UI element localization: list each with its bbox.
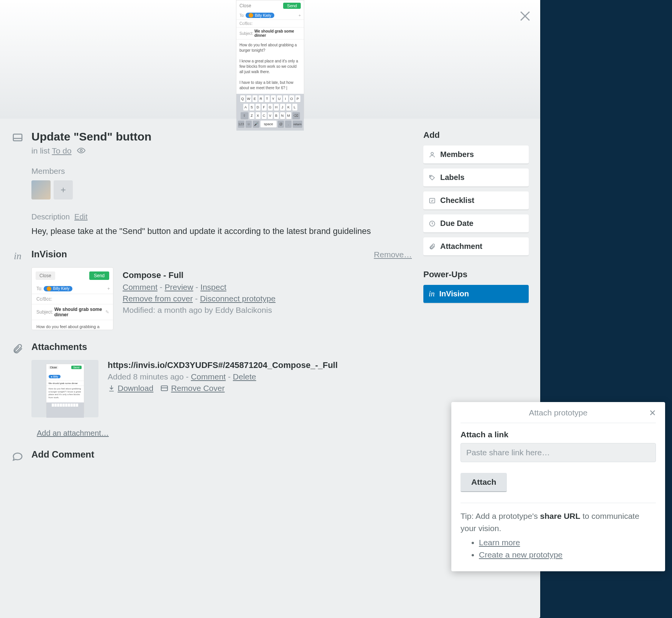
attachments-heading: Attachments	[31, 342, 412, 352]
add-duedate-button[interactable]: Due Date	[423, 214, 529, 233]
add-checklist-button[interactable]: Checklist	[423, 191, 529, 210]
invision-inspect-link[interactable]: Inspect	[200, 283, 226, 291]
svg-point-5	[431, 152, 433, 155]
cover-mock-send: Send	[283, 3, 301, 9]
invision-icon: in	[14, 250, 21, 262]
card-list-meta: in list To do	[31, 146, 412, 157]
attachment-delete-link[interactable]: Delete	[233, 372, 256, 381]
invision-heading: InVision	[31, 249, 67, 260]
description-text[interactable]: Hey, please take at the "Send" button an…	[31, 225, 412, 237]
powerup-invision-button[interactable]: in InVision	[423, 285, 529, 303]
create-prototype-link[interactable]: Create a new prototype	[479, 550, 562, 559]
list-link[interactable]: To do	[52, 146, 71, 155]
remove-cover-icon	[160, 384, 169, 392]
card-cover: Close Send To: Billy Kiely + Cc/Bcc: Sub…	[0, 0, 540, 119]
cover-mock-keyboard: QWERTYUIOP ASDFGHJKL ⇧ZXCVBNM⌫ 123☺🎤spac…	[236, 94, 304, 131]
popup-title: Attach prototype	[529, 408, 588, 417]
members-icon	[429, 151, 436, 158]
invision-modified: Modified: a month ago by Eddy Balcikonis	[123, 306, 412, 315]
download-icon	[108, 384, 115, 392]
watch-icon[interactable]	[77, 146, 85, 157]
attachment-sidebar-icon	[429, 243, 436, 250]
attach-prototype-popup: Attach prototype ✕ Attach a link Attach …	[451, 402, 665, 571]
add-labels-button[interactable]: Labels	[423, 168, 529, 187]
add-heading: Add	[423, 130, 529, 140]
attachment-thumbnail[interactable]: CloseSend ● Billy We should grab some di…	[31, 360, 98, 417]
attach-button[interactable]: Attach	[461, 473, 507, 492]
attachment-title[interactable]: https://invis.io/CXD3YUDFS#/245871204_Co…	[108, 360, 412, 371]
member-avatar[interactable]	[31, 180, 51, 199]
add-attachment-link[interactable]: Add an attachment…	[37, 429, 412, 438]
cover-image: Close Send To: Billy Kiely + Cc/Bcc: Sub…	[236, 0, 304, 119]
attachment-added: Added 8 minutes ago -	[108, 372, 191, 381]
download-link[interactable]: Download	[118, 384, 153, 393]
add-attachment-button[interactable]: Attachment	[423, 237, 529, 256]
invision-preview-link[interactable]: Preview	[165, 283, 193, 291]
svg-point-2	[80, 149, 82, 152]
checklist-icon	[429, 197, 436, 204]
description-edit-link[interactable]: Edit	[74, 213, 87, 221]
invision-item-title: Compose - Full	[123, 270, 412, 280]
card-title[interactable]: Update "Send" button	[31, 130, 412, 143]
card-icon	[12, 132, 23, 143]
comment-icon	[12, 451, 23, 462]
add-comment-heading: Add Comment	[31, 449, 412, 460]
invision-remove-link[interactable]: Remove…	[374, 250, 412, 259]
invision-thumbnail[interactable]: Close Send To: Billy Kiely+ Cc/Bcc: Subj…	[31, 267, 113, 330]
add-member-button[interactable]: +	[54, 180, 73, 199]
attachment-comment-link[interactable]: Comment	[191, 372, 226, 381]
attachment-icon	[12, 343, 23, 355]
members-label: Members	[31, 167, 412, 176]
svg-point-6	[430, 176, 431, 177]
labels-icon	[429, 174, 436, 181]
cover-mock-close: Close	[239, 3, 251, 8]
invision-comment-link[interactable]: Comment	[123, 283, 157, 291]
invision-remove-cover-link[interactable]: Remove from cover	[123, 294, 193, 303]
powerups-heading: Power-Ups	[423, 270, 529, 280]
close-icon[interactable]	[518, 9, 532, 23]
description-label: Description	[31, 213, 70, 221]
remove-cover-link[interactable]: Remove Cover	[171, 384, 225, 393]
popup-close-icon[interactable]: ✕	[649, 408, 656, 418]
popup-label: Attach a link	[461, 430, 656, 439]
share-link-input[interactable]	[461, 443, 656, 462]
add-members-button[interactable]: Members	[423, 146, 529, 164]
learn-more-link[interactable]: Learn more	[479, 538, 520, 547]
popup-tip: Tip: Add a prototype's share URL to comm…	[461, 510, 656, 561]
invision-sidebar-icon: in	[429, 289, 435, 298]
invision-disconnect-link[interactable]: Disconnect prototype	[200, 294, 275, 303]
svg-rect-0	[13, 134, 22, 141]
svg-rect-7	[429, 198, 435, 203]
clock-icon	[429, 220, 436, 227]
